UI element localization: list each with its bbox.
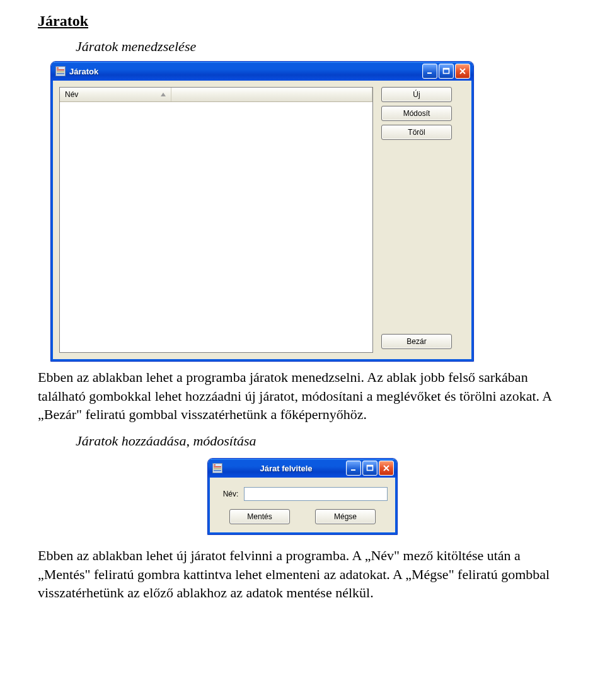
- titlebar[interactable]: Járatok: [51, 62, 473, 81]
- name-label: Név:: [217, 490, 244, 498]
- svg-rect-10: [214, 468, 221, 469]
- grid-body[interactable]: [60, 102, 372, 352]
- window-jaratok: Járatok Név: [50, 61, 474, 362]
- section-subtitle-1: Járatok menedzselése: [76, 38, 567, 55]
- column-header-name[interactable]: Név: [60, 88, 171, 101]
- column-label: Név: [65, 90, 78, 99]
- minimize-button[interactable]: [422, 64, 437, 79]
- window-jarat-felvitele: Járat felvitele Név:: [207, 458, 398, 535]
- modify-button[interactable]: Módosít: [381, 106, 452, 121]
- page-heading: Járatok: [38, 13, 567, 30]
- svg-rect-5: [427, 72, 432, 74]
- maximize-button[interactable]: [439, 64, 454, 79]
- close-window-button[interactable]: Bezár: [381, 334, 452, 349]
- svg-rect-1: [57, 69, 64, 71]
- paragraph-1: Ebben az ablakban lehet a programba jára…: [38, 368, 567, 424]
- paragraph-2: Ebben az ablakban lehet új járatot felvi…: [38, 546, 567, 602]
- minimize-button[interactable]: [346, 461, 361, 476]
- data-grid[interactable]: Név: [59, 87, 373, 353]
- svg-rect-15: [367, 466, 373, 467]
- close-button[interactable]: [455, 64, 470, 79]
- svg-rect-9: [214, 466, 221, 468]
- window-title: Járat felvitele: [226, 464, 346, 473]
- cancel-button[interactable]: Mégse: [315, 509, 376, 524]
- svg-rect-12: [214, 464, 216, 466]
- svg-rect-11: [214, 470, 221, 471]
- app-icon: [212, 463, 222, 473]
- section-subtitle-2: Járatok hozzáadása, módosítása: [76, 433, 567, 449]
- delete-button[interactable]: Töröl: [381, 125, 452, 140]
- column-header-empty[interactable]: [171, 88, 372, 101]
- new-button[interactable]: Új: [381, 87, 452, 102]
- save-button[interactable]: Mentés: [229, 509, 290, 524]
- name-input[interactable]: [244, 487, 388, 501]
- close-button[interactable]: [379, 461, 394, 476]
- window-title: Járatok: [69, 67, 422, 76]
- svg-rect-2: [57, 71, 64, 72]
- svg-rect-4: [57, 67, 59, 69]
- sort-ascending-icon: [161, 93, 166, 96]
- svg-rect-7: [444, 69, 449, 70]
- app-icon: [55, 66, 66, 76]
- svg-rect-3: [57, 73, 64, 74]
- svg-rect-13: [351, 469, 355, 471]
- maximize-button[interactable]: [362, 461, 377, 476]
- titlebar[interactable]: Járat felvitele: [208, 459, 397, 478]
